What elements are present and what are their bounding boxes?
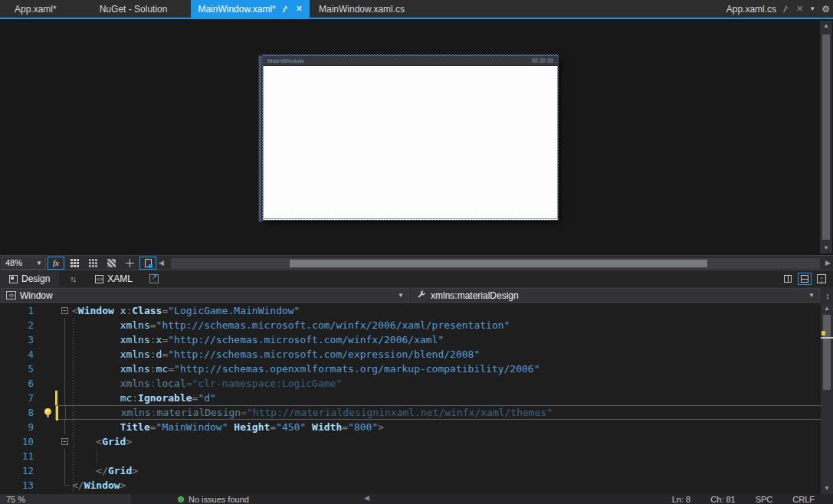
indicator-margin[interactable] [43, 332, 55, 347]
code-text[interactable]: xmlns:d="http://schemas.microsoft.com/ex… [72, 347, 833, 362]
line-body[interactable]: mc:Ignorable="d" [55, 391, 833, 405]
line-body[interactable]: Title="MainWindow" Height="450" Width="8… [55, 420, 833, 434]
xaml-designer-surface[interactable]: MainWindow ▲ ▼ [0, 19, 833, 255]
element-breadcrumb-combobox[interactable]: <> Window ▼ [1, 288, 409, 303]
vertical-split-button[interactable] [781, 273, 795, 285]
line-number[interactable]: 8 [0, 405, 43, 420]
window-design-preview[interactable]: MainWindow [263, 55, 558, 220]
code-line[interactable]: 1−<Window x:Class="LogicGame.MainWindow" [0, 303, 833, 318]
close-icon[interactable]: ✕ [796, 4, 803, 14]
line-number[interactable]: 5 [0, 362, 43, 376]
line-number[interactable]: 11 [0, 449, 43, 463]
designer-zoom-combobox[interactable]: 48% ▼ [2, 257, 46, 270]
indicator-margin[interactable] [43, 303, 55, 318]
disable-project-code-button[interactable] [139, 257, 156, 270]
xaml-code-editor[interactable]: 1−<Window x:Class="LogicGame.MainWindow"… [0, 303, 833, 494]
editor-zoom-combobox[interactable]: 75 % [0, 494, 130, 504]
scroll-down-icon[interactable]: ▼ [821, 483, 833, 494]
scroll-left-icon[interactable]: ◀ [364, 494, 369, 502]
popout-xaml-button[interactable] [149, 274, 159, 283]
code-line[interactable]: 9 Title="MainWindow" Height="450" Width=… [0, 420, 833, 434]
outlining-margin[interactable] [60, 332, 72, 347]
editor-vertical-scrollbar[interactable]: ▲ ▼ [821, 303, 833, 494]
outlining-margin[interactable]: − [60, 434, 72, 449]
scroll-down-icon[interactable]: ▼ [820, 243, 832, 254]
outlining-margin[interactable] [61, 406, 73, 419]
pin-icon[interactable] [782, 5, 790, 13]
document-tab[interactable]: MainWindow.xaml.cs [312, 0, 412, 18]
outlining-margin[interactable] [60, 347, 72, 362]
indicator-margin[interactable] [43, 420, 55, 434]
code-text[interactable]: <Window x:Class="LogicGame.MainWindow" [72, 303, 833, 318]
designer-vscroll-thumb[interactable] [822, 34, 830, 240]
document-tab[interactable]: MainWindow.xaml*✕ [191, 0, 310, 18]
designer-hscroll-thumb[interactable] [290, 260, 707, 267]
pin-icon[interactable] [282, 5, 290, 13]
code-text[interactable]: mc:Ignorable="d" [72, 391, 833, 405]
indicator-margin[interactable] [43, 347, 55, 362]
line-number[interactable]: 10 [0, 434, 43, 449]
code-text[interactable]: </Grid> [72, 463, 833, 478]
property-search-combobox[interactable]: xmlns:materialDesign ▼ [412, 288, 820, 303]
gear-icon[interactable]: ⚙ [822, 4, 830, 15]
designer-vertical-scrollbar[interactable]: ▲ ▼ [820, 21, 832, 254]
toggle-artboard-background-button[interactable] [103, 257, 120, 270]
line-body[interactable]: − <Grid> [55, 434, 833, 449]
indicator-margin[interactable] [43, 478, 55, 493]
code-text[interactable]: <Grid> [72, 434, 833, 449]
indicator-margin[interactable] [43, 434, 55, 449]
document-health-indicator[interactable]: No issues found [178, 494, 249, 504]
scroll-right-icon[interactable]: ▶ [823, 256, 833, 270]
code-line[interactable]: 2 xmlns="http://schemas.microsoft.com/wi… [0, 318, 833, 332]
line-body[interactable]: xmlns:d="http://schemas.microsoft.com/ex… [55, 347, 833, 362]
preview-titlebar[interactable]: MainWindow [263, 55, 558, 66]
indicator-margin[interactable] [43, 362, 55, 376]
code-text[interactable]: xmlns:local="clr-namespace:LogicGame" [72, 376, 833, 391]
outlining-margin[interactable] [60, 391, 72, 405]
outlining-margin[interactable] [60, 463, 72, 478]
code-line[interactable]: 13</Window> [0, 478, 833, 493]
designer-horizontal-scrollbar[interactable] [171, 258, 820, 269]
document-tab[interactable]: App.xaml* [8, 0, 64, 18]
outlining-margin[interactable] [60, 449, 72, 463]
code-line[interactable]: 3 xmlns:x="http://schemas.microsoft.com/… [0, 332, 833, 347]
code-text[interactable] [72, 449, 833, 463]
line-number[interactable]: 2 [0, 318, 43, 332]
close-icon[interactable]: ✕ [296, 4, 303, 14]
swap-panes-button[interactable]: ↑↓ [59, 274, 86, 283]
line-body[interactable]: xmlns:local="clr-namespace:LogicGame" [55, 376, 833, 391]
line-number[interactable]: 13 [0, 478, 43, 493]
code-line[interactable]: 4 xmlns:d="http://schemas.microsoft.com/… [0, 347, 833, 362]
indicator-margin[interactable] [43, 376, 55, 391]
code-line[interactable]: 12 </Grid> [0, 463, 833, 478]
scroll-up-icon[interactable]: ▲ [820, 21, 832, 31]
code-text[interactable]: xmlns:materialDesign="http://materialdes… [73, 406, 832, 419]
indicator-margin[interactable] [43, 391, 55, 405]
code-line[interactable]: 10− <Grid> [0, 434, 833, 449]
line-number[interactable]: 6 [0, 376, 43, 391]
outlining-margin[interactable]: − [60, 303, 72, 318]
collapse-pane-button[interactable]: ⌄⌄ [815, 273, 828, 285]
tab-design-view[interactable]: Design [0, 270, 59, 288]
snap-to-snaplines-button[interactable] [121, 257, 138, 270]
tab-app-xaml-cs[interactable]: App.xaml.cs [726, 4, 776, 15]
preview-client-area[interactable] [263, 66, 558, 219]
code-line[interactable]: 5 xmlns:mc="http://schemas.openxmlformat… [0, 362, 833, 376]
lightbulb-icon[interactable] [44, 408, 51, 415]
scroll-left-icon[interactable]: ◀ [156, 256, 166, 270]
line-body[interactable]: −<Window x:Class="LogicGame.MainWindow" [55, 303, 833, 318]
line-number[interactable]: 9 [0, 420, 43, 434]
line-body[interactable]: xmlns:mc="http://schemas.openxmlformats.… [55, 362, 833, 376]
code-text[interactable]: </Window> [72, 478, 833, 493]
horizontal-split-button[interactable] [798, 273, 812, 285]
line-number[interactable]: 3 [0, 332, 43, 347]
tab-xaml-view[interactable]: <> XAML [86, 270, 142, 288]
code-text[interactable]: xmlns:x="http://schemas.microsoft.com/wi… [72, 332, 833, 347]
line-body[interactable]: </Grid> [55, 463, 833, 478]
code-line[interactable]: 6 xmlns:local="clr-namespace:LogicGame" [0, 376, 833, 391]
indicator-margin[interactable] [43, 405, 55, 420]
indicator-margin[interactable] [43, 449, 55, 463]
indicator-margin[interactable] [43, 463, 55, 478]
document-tab[interactable]: NuGet - Solution [93, 0, 175, 18]
indicator-margin[interactable] [43, 318, 55, 332]
